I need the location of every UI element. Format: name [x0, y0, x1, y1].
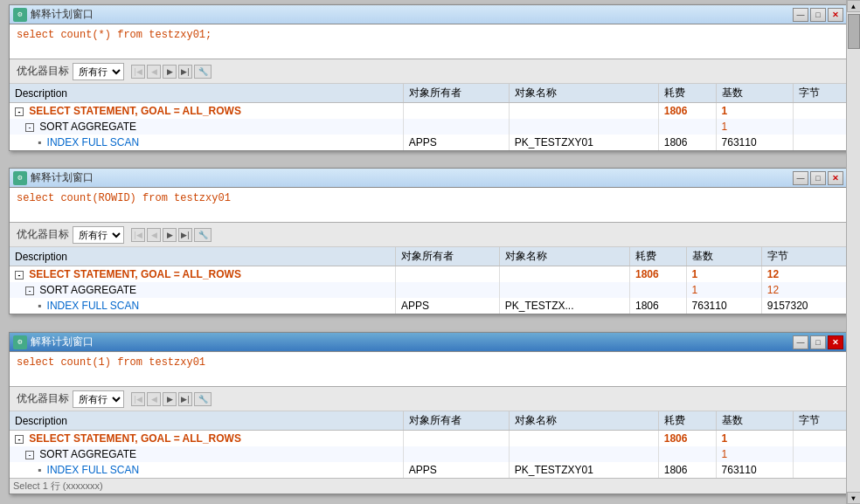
col-object-2: 对象名称 [499, 247, 629, 266]
restore-btn-3[interactable]: □ [810, 335, 826, 349]
row-owner [403, 103, 509, 120]
expand-icon[interactable]: - [15, 435, 24, 444]
toolbar-1: 优化器目标 所有行 |◀ ◀ ▶ ▶| 🔧 [10, 59, 847, 84]
table-row: - SELECT STATEMENT, GOAL = ALL_ROWS 1806… [10, 103, 847, 120]
row-object: PK_TESTZXY01 [509, 462, 658, 478]
close-btn-2[interactable]: ✕ [828, 171, 843, 185]
row-owner [396, 282, 500, 298]
sql-area-3: select count(1) from testzxy01 [10, 352, 847, 387]
window-icon-3: ⚙ [13, 335, 27, 349]
nav-next-2[interactable]: ▶ [163, 228, 177, 242]
optimizer-select-3[interactable]: 所有行 [73, 390, 124, 408]
row-object [509, 119, 658, 135]
nav-first-2[interactable]: |◀ [131, 228, 145, 242]
row-desc: - SORT AGGREGATE [10, 446, 403, 462]
row-object: PK_TESTZXY01 [509, 135, 658, 150]
col-owner-1: 对象所有者 [403, 84, 509, 103]
row-desc-text: INDEX FULL SCAN [47, 136, 140, 148]
minimize-btn-2[interactable]: — [793, 171, 808, 185]
settings-btn-3[interactable]: 🔧 [194, 392, 212, 406]
col-cost-3: 耗费 [658, 411, 716, 431]
window-controls-1: — □ ✕ [793, 8, 843, 22]
nav-first-1[interactable]: |◀ [131, 65, 145, 79]
nav-prev-1[interactable]: ◀ [147, 65, 161, 79]
row-card: 1 [686, 266, 761, 283]
sql-text-1: select count(*) from testzxy01; [17, 29, 212, 41]
row-owner [403, 119, 509, 135]
scroll-down-arrow[interactable]: ▼ [847, 492, 861, 504]
row-cost [629, 282, 686, 298]
nav-last-2[interactable]: ▶| [178, 228, 192, 242]
nav-3: |◀ ◀ ▶ ▶| 🔧 [131, 392, 212, 406]
expand-icon[interactable]: - [15, 271, 24, 280]
optimizer-select-2[interactable]: 所有行 [73, 226, 124, 244]
row-desc-text: SORT AGGREGATE [39, 448, 136, 460]
settings-btn-2[interactable]: 🔧 [194, 228, 212, 242]
row-bytes: 12 [761, 282, 846, 298]
close-btn-3[interactable]: ✕ [828, 335, 843, 349]
row-desc: ▪ INDEX FULL SCAN [10, 298, 396, 314]
restore-btn-1[interactable]: □ [810, 8, 826, 22]
sql-area-1: select count(*) from testzxy01; [10, 24, 847, 59]
window-icon-1: ⚙ [13, 8, 27, 22]
restore-btn-2[interactable]: □ [810, 171, 826, 185]
nav-next-1[interactable]: ▶ [163, 65, 177, 79]
table-row: - SELECT STATEMENT, GOAL = ALL_ROWS 1806… [10, 266, 847, 283]
row-desc: - SORT AGGREGATE [10, 119, 403, 135]
nav-prev-3[interactable]: ◀ [147, 392, 161, 406]
nav-next-3[interactable]: ▶ [163, 392, 177, 406]
plan-container-2: Description 对象所有者 对象名称 耗费 基数 字节 - SELECT… [10, 247, 847, 314]
window-controls-2: — □ ✕ [793, 171, 843, 185]
plan-table-1: Description 对象所有者 对象名称 耗费 基数 字节 - SELECT… [10, 84, 847, 150]
scroll-thumb[interactable] [848, 14, 860, 49]
settings-btn-1[interactable]: 🔧 [194, 65, 212, 79]
minimize-btn-1[interactable]: — [793, 8, 808, 22]
title-bar-2: ⚙ 解释计划窗口 — □ ✕ [10, 169, 847, 188]
row-desc: - SORT AGGREGATE [10, 282, 396, 298]
col-card-2: 基数 [686, 247, 761, 266]
expand-icon[interactable]: - [25, 451, 34, 459]
row-owner: APPS [403, 462, 509, 478]
row-bytes [793, 462, 846, 478]
col-card-1: 基数 [716, 84, 793, 103]
row-cost: 1806 [658, 431, 716, 447]
minimize-btn-3[interactable]: — [793, 335, 808, 349]
row-bytes [793, 135, 846, 150]
row-cost: 1806 [658, 462, 716, 478]
table-row: ▪ INDEX FULL SCAN APPS PK_TESTZX... 1806… [10, 298, 847, 314]
nav-last-3[interactable]: ▶| [178, 392, 192, 406]
window-1: ⚙ 解释计划窗口 — □ ✕ select count(*) from test… [9, 4, 848, 151]
plan-container-3: Description 对象所有者 对象名称 耗费 基数 字节 - SELECT… [10, 411, 847, 478]
leaf-icon: ▪ [38, 136, 41, 148]
col-bytes-1: 字节 [793, 84, 846, 103]
col-object-3: 对象名称 [509, 411, 658, 431]
row-desc-text: SELECT STATEMENT, GOAL = ALL_ROWS [29, 432, 241, 445]
col-desc-2: Description [10, 247, 396, 266]
expand-icon[interactable]: - [15, 107, 24, 116]
row-bytes [793, 119, 846, 135]
row-object [509, 431, 658, 447]
row-card: 1 [716, 446, 793, 462]
nav-prev-2[interactable]: ◀ [147, 228, 161, 242]
sql-text-2: select count(ROWID) from testzxy01 [17, 192, 231, 204]
expand-icon[interactable]: - [25, 287, 34, 295]
row-cost [658, 446, 716, 462]
row-desc: - SELECT STATEMENT, GOAL = ALL_ROWS [10, 431, 403, 447]
row-desc-text: SELECT STATEMENT, GOAL = ALL_ROWS [29, 268, 241, 280]
row-card: 1 [686, 282, 761, 298]
status-text: Select 1 行 (xxxxxxx) [13, 480, 103, 493]
nav-last-1[interactable]: ▶| [178, 65, 192, 79]
col-owner-2: 对象所有者 [396, 247, 500, 266]
row-bytes: 9157320 [761, 298, 846, 314]
nav-first-3[interactable]: |◀ [131, 392, 145, 406]
global-scrollbar[interactable]: ▲ ▼ [846, 0, 860, 504]
expand-icon[interactable]: - [25, 123, 34, 132]
scroll-up-arrow[interactable]: ▲ [847, 0, 861, 12]
row-desc-text: SORT AGGREGATE [39, 121, 136, 133]
leaf-icon: ▪ [38, 300, 41, 312]
title-text-3: 解释计划窗口 [31, 335, 793, 349]
optimizer-select-1[interactable]: 所有行 [73, 63, 124, 80]
close-btn-1[interactable]: ✕ [828, 8, 843, 22]
title-text-2: 解释计划窗口 [31, 170, 793, 185]
col-bytes-2: 字节 [761, 247, 846, 266]
